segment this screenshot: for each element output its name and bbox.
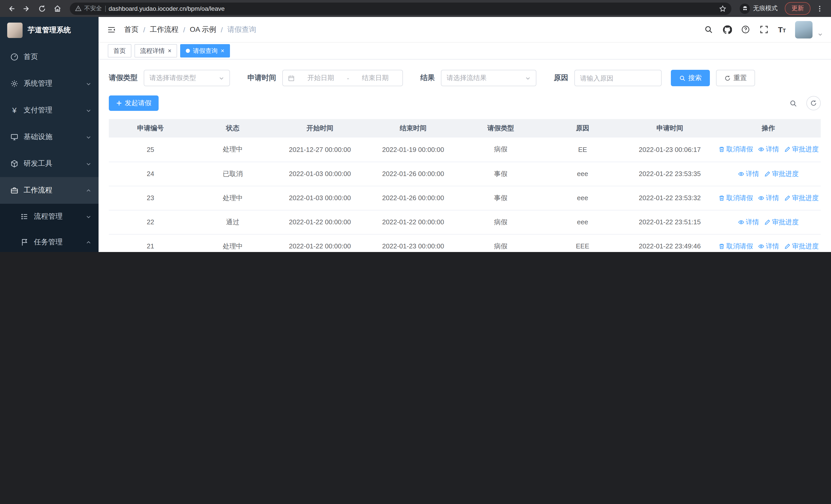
bookmark-star-icon[interactable] (719, 5, 726, 12)
close-icon[interactable]: × (221, 47, 224, 54)
avatar[interactable] (795, 21, 812, 38)
sidebar-item-label: 工作流程 (24, 186, 81, 195)
breadcrumb-item[interactable]: OA 示例 (190, 25, 216, 34)
user-menu-caret-icon[interactable] (818, 32, 823, 37)
pen-icon (764, 171, 770, 177)
eye-icon (758, 195, 764, 201)
pen-icon (784, 243, 791, 249)
cell-end: 2022-01-26 00:00:00 (367, 186, 460, 210)
table-refresh-icon[interactable] (806, 96, 821, 110)
topbar: 首页 / 工作流程 / OA 示例 / 请假查询 (98, 17, 831, 42)
end-date-placeholder[interactable]: 结束日期 (353, 73, 397, 83)
result-select[interactable]: 请选择流结果 (441, 70, 536, 86)
flag-icon (21, 238, 29, 246)
sidebar-item-label: 研发工具 (24, 159, 81, 168)
breadcrumb-item[interactable]: 工作流程 (150, 25, 179, 34)
back-icon[interactable] (5, 2, 18, 14)
font-size-icon[interactable]: TT (778, 25, 786, 34)
detail-link[interactable]: 详情 (738, 169, 759, 178)
github-icon[interactable] (722, 25, 732, 34)
cancel-leave-link[interactable]: 取消请假 (719, 241, 753, 251)
start-date-placeholder[interactable]: 开始日期 (299, 73, 343, 83)
app-logo[interactable]: 芋道管理系统 (0, 17, 98, 43)
pen-icon (764, 219, 770, 225)
date-range-picker[interactable]: 开始日期 - 结束日期 (282, 70, 403, 86)
result-label: 结果 (420, 73, 435, 83)
logo-image (7, 23, 23, 38)
pen-icon (784, 147, 791, 153)
detail-link[interactable]: 详情 (758, 145, 779, 154)
sidebar-item-label: 任务管理 (34, 238, 81, 247)
leave-type-select[interactable]: 请选择请假类型 (144, 70, 230, 86)
tag-process-detail[interactable]: 流程详情 × (135, 44, 177, 58)
sidebar-item-workflow[interactable]: 工作流程 (0, 177, 98, 204)
close-icon[interactable]: × (168, 47, 171, 54)
tag-leave-query[interactable]: 请假查询 × (180, 44, 230, 58)
pen-icon (784, 195, 791, 201)
row-actions: 详情审批进度 (716, 162, 821, 186)
col-header-actions: 操作 (716, 119, 821, 138)
reason-label: 原因 (554, 73, 568, 83)
tag-home[interactable]: 首页 (108, 44, 132, 58)
sidebar-item-task-mgmt[interactable]: 任务管理 (0, 230, 98, 252)
fullscreen-icon[interactable] (760, 25, 769, 34)
security-label: 不安全 (84, 5, 102, 12)
sidebar-item-process-mgmt[interactable]: 流程管理 (0, 204, 98, 230)
sidebar-item-label: 系统管理 (24, 79, 81, 88)
approval-progress-link[interactable]: 审批进度 (784, 241, 819, 251)
detail-link[interactable]: 详情 (738, 217, 759, 227)
tag-label: 首页 (113, 47, 126, 55)
workflow-submenu: 流程管理 任务管理 我的流程 (0, 204, 98, 252)
table-body: 25处理中2021-12-27 00:00:002022-01-19 00:00… (109, 138, 821, 252)
approval-progress-link[interactable]: 审批进度 (764, 169, 799, 178)
help-icon[interactable] (741, 25, 750, 34)
breadcrumb-separator: / (183, 25, 185, 34)
search-button[interactable]: 搜索 (671, 70, 710, 86)
sidebar-item-payment[interactable]: ¥ 支付管理 (0, 97, 98, 124)
url-text[interactable]: dashboard.yudao.iocoder.cn/bpm/oa/leave (109, 5, 716, 12)
sidebar-item-devtools[interactable]: 研发工具 (0, 150, 98, 177)
forward-icon[interactable] (21, 2, 33, 14)
table-row: 21处理中2022-01-22 00:00:002022-01-23 00:00… (109, 234, 821, 252)
url-divider (105, 5, 106, 11)
sidebar-item-infra[interactable]: 基础设施 (0, 124, 98, 150)
browser-menu-icon[interactable] (813, 2, 826, 14)
table-row: 25处理中2021-12-27 00:00:002022-01-19 00:00… (109, 138, 821, 162)
approval-progress-link[interactable]: 审批进度 (764, 217, 799, 227)
col-header-id: 申请编号 (109, 119, 192, 138)
cell-reason: eee (542, 186, 624, 210)
reload-icon[interactable] (36, 2, 48, 14)
home-icon[interactable] (51, 2, 64, 14)
sidebar-item-label: 支付管理 (24, 106, 81, 115)
browser-update-button[interactable]: 更新 (785, 2, 810, 15)
select-placeholder: 请选择请假类型 (149, 73, 196, 83)
cell-applied: 2022-01-22 23:51:15 (624, 210, 716, 234)
security-chip[interactable]: 不安全 (75, 5, 102, 12)
create-leave-button[interactable]: 发起请假 (109, 95, 159, 111)
row-actions: 取消请假详情审批进度 (716, 186, 821, 210)
search-icon[interactable] (704, 25, 713, 34)
page-content: 请假类型 请选择请假类型 申请时间 开始日期 - 结束日期 (98, 60, 831, 252)
breadcrumb-item[interactable]: 首页 (124, 25, 139, 34)
collapse-sidebar-icon[interactable] (107, 25, 116, 34)
reason-input[interactable] (574, 70, 662, 86)
chevron-down-icon (219, 75, 224, 81)
cell-start: 2022-01-22 00:00:00 (273, 234, 367, 252)
approval-progress-link[interactable]: 审批进度 (784, 145, 819, 154)
detail-link[interactable]: 详情 (758, 241, 779, 251)
address-bar[interactable]: 不安全 dashboard.yudao.iocoder.cn/bpm/oa/le… (70, 2, 732, 14)
table-search-toggle-icon[interactable] (786, 96, 800, 110)
reset-button[interactable]: 重置 (716, 70, 755, 86)
sidebar-item-system[interactable]: 系统管理 (0, 70, 98, 97)
approval-progress-link[interactable]: 审批进度 (784, 193, 819, 203)
cell-status: 通过 (192, 210, 273, 234)
col-header-end: 结束时间 (367, 119, 460, 138)
sidebar-item-home[interactable]: 首页 (0, 43, 98, 70)
cancel-leave-link[interactable]: 取消请假 (719, 145, 753, 154)
cell-end: 2022-01-26 00:00:00 (367, 162, 460, 186)
list-icon (21, 212, 29, 221)
chevron-down-icon (86, 108, 91, 113)
reset-button-label: 重置 (734, 73, 747, 83)
cancel-leave-link[interactable]: 取消请假 (719, 193, 753, 203)
detail-link[interactable]: 详情 (758, 193, 779, 203)
